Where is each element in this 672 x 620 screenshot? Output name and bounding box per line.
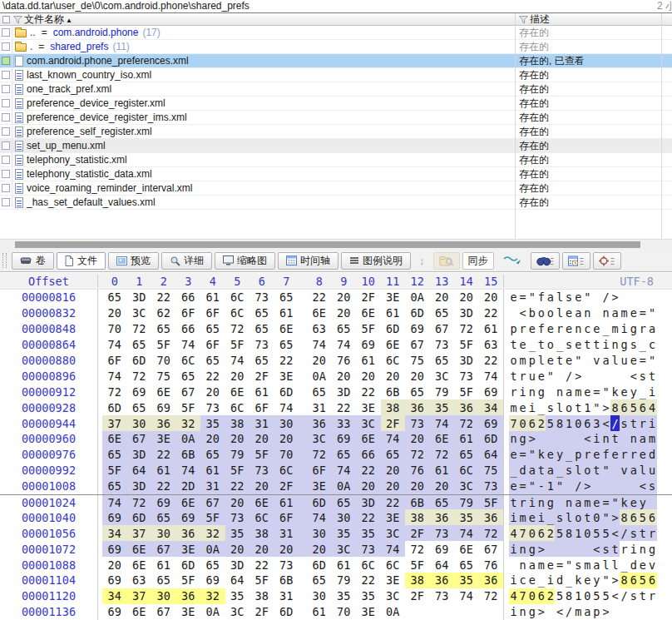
column-divider[interactable] bbox=[515, 13, 516, 239]
hex-char[interactable] bbox=[555, 368, 564, 384]
hex-byte[interactable]: 2F bbox=[405, 525, 430, 541]
hex-byte[interactable]: 64 bbox=[479, 447, 504, 463]
file-name-cell[interactable]: set_up_menu.xml bbox=[0, 139, 516, 152]
hex-char[interactable]: " bbox=[527, 479, 536, 494]
hex-byte[interactable]: 20 bbox=[356, 479, 381, 494]
select-all-checkbox[interactable] bbox=[2, 16, 10, 23]
hex-char[interactable]: n bbox=[536, 495, 546, 510]
hex-char[interactable]: t bbox=[536, 337, 546, 353]
hex-byte[interactable]: 6D bbox=[479, 431, 504, 447]
hex-char[interactable]: p bbox=[574, 447, 583, 463]
hex-char[interactable]: 0 bbox=[583, 588, 592, 604]
hex-char[interactable] bbox=[629, 290, 638, 305]
hex-char[interactable]: < bbox=[629, 368, 638, 384]
hex-char[interactable]: l bbox=[555, 290, 564, 305]
hex-byte[interactable]: 6C bbox=[250, 509, 274, 525]
hex-char[interactable]: k bbox=[536, 447, 546, 463]
hex-char[interactable]: > bbox=[583, 479, 592, 494]
hex-byte[interactable]: 66 bbox=[356, 447, 381, 463]
hex-char[interactable]: " bbox=[527, 290, 536, 305]
hex-char[interactable]: e bbox=[638, 447, 647, 463]
goto-position-button[interactable] bbox=[593, 252, 621, 270]
hex-byte[interactable]: 6C bbox=[356, 557, 381, 573]
hex-char[interactable]: i bbox=[509, 604, 518, 620]
hex-byte[interactable]: 22 bbox=[479, 305, 504, 321]
hex-char[interactable]: o bbox=[509, 353, 518, 369]
hex-char[interactable]: s bbox=[629, 337, 638, 353]
hex-byte[interactable]: 3E bbox=[381, 290, 406, 305]
hex-byte[interactable]: 75 bbox=[151, 368, 176, 384]
hex-char[interactable]: f bbox=[601, 447, 610, 463]
hex-char[interactable]: k bbox=[610, 384, 620, 399]
file-name-cell[interactable]: preference_device_register_ims.xml bbox=[0, 111, 516, 124]
hex-char[interactable] bbox=[647, 604, 656, 620]
hex-byte[interactable]: 70 bbox=[274, 447, 308, 463]
hex-char[interactable]: g bbox=[527, 604, 536, 620]
hex-char[interactable]: e bbox=[565, 353, 574, 369]
hex-char[interactable]: 4 bbox=[647, 399, 656, 415]
resize-toggle-button[interactable]: ↕ bbox=[413, 252, 431, 270]
table-row[interactable]: preference_device_register_ims.xml存在的 bbox=[0, 111, 672, 125]
hex-byte[interactable]: 0A bbox=[332, 479, 357, 494]
hex-char[interactable]: i bbox=[509, 509, 518, 525]
hex-char[interactable]: 7 bbox=[509, 415, 518, 431]
hex-byte[interactable]: 65 bbox=[307, 573, 332, 588]
hex-char[interactable]: p bbox=[527, 353, 536, 369]
hex-byte[interactable]: 20 bbox=[332, 305, 357, 321]
hex-byte[interactable]: 74 bbox=[307, 509, 332, 525]
hex-char[interactable]: a bbox=[527, 463, 536, 479]
hex-byte[interactable]: 65 bbox=[405, 384, 430, 399]
hex-char[interactable]: l bbox=[555, 305, 564, 321]
tab-timeline[interactable]: 时间轴 bbox=[278, 252, 338, 270]
hex-byte[interactable]: 64 bbox=[225, 573, 250, 588]
hex-byte[interactable]: 69 bbox=[356, 337, 381, 353]
tab-volume[interactable]: 卷 bbox=[12, 252, 54, 270]
hex-byte[interactable]: 65 bbox=[200, 353, 225, 369]
hex-row[interactable]: 000008967472756522202F3E0A202020203C7374… bbox=[0, 368, 672, 384]
hex-char[interactable]: e bbox=[574, 337, 583, 353]
hex-char[interactable]: e bbox=[574, 290, 583, 305]
hex-byte[interactable]: 5F bbox=[356, 321, 381, 337]
hex-byte[interactable]: 65 bbox=[151, 509, 176, 525]
hex-byte[interactable]: 73 bbox=[274, 557, 308, 573]
hex-char[interactable]: r bbox=[518, 495, 527, 510]
hex-char[interactable]: " bbox=[610, 495, 620, 510]
hex-char[interactable]: a bbox=[601, 353, 610, 369]
hex-char[interactable]: " bbox=[555, 479, 564, 494]
hex-char[interactable] bbox=[592, 368, 601, 384]
hex-byte[interactable]: 36 bbox=[176, 525, 201, 541]
hex-char[interactable]: e bbox=[546, 321, 555, 337]
hex-char[interactable]: " bbox=[546, 368, 555, 384]
hex-char[interactable]: n bbox=[574, 321, 583, 337]
hex-byte[interactable]: 0A bbox=[200, 541, 225, 557]
hex-byte[interactable]: 36 bbox=[307, 415, 332, 431]
hex-byte[interactable]: 30 bbox=[151, 588, 176, 604]
hex-byte[interactable]: 75 bbox=[479, 463, 504, 479]
hex-byte[interactable]: 0A bbox=[381, 604, 406, 620]
hex-char[interactable]: s bbox=[565, 290, 574, 305]
hex-byte[interactable]: 67 bbox=[430, 321, 455, 337]
hex-byte[interactable]: 65 bbox=[332, 447, 357, 463]
hex-char[interactable]: s bbox=[638, 368, 647, 384]
toolbar-grip[interactable] bbox=[2, 253, 7, 268]
table-row[interactable]: .=shared_prefs(11)存在的 bbox=[0, 40, 672, 54]
hex-char[interactable]: m bbox=[610, 321, 620, 337]
hex-char[interactable]: / bbox=[610, 415, 620, 431]
hex-byte[interactable]: 6E bbox=[102, 431, 127, 447]
hex-byte[interactable]: 70 bbox=[102, 321, 127, 337]
hex-char[interactable]: d bbox=[555, 573, 564, 588]
hex-byte[interactable]: 65 bbox=[250, 305, 274, 321]
hex-byte[interactable]: 20 bbox=[454, 290, 479, 305]
file-name-cell[interactable]: voice_roaming_reminder_interval.xml bbox=[0, 181, 516, 195]
hex-char[interactable]: s bbox=[620, 415, 629, 431]
row-checkbox[interactable] bbox=[2, 170, 10, 178]
hex-char[interactable] bbox=[610, 479, 620, 494]
hex-char[interactable]: / bbox=[565, 604, 574, 620]
table-row[interactable]: telephony_statistic.xml存在的 bbox=[0, 153, 672, 167]
hex-char[interactable] bbox=[555, 431, 564, 447]
hex-byte[interactable]: 61 bbox=[332, 557, 357, 573]
hex-char[interactable]: 5 bbox=[601, 525, 610, 541]
file-name-cell[interactable]: preference_device_register.xml bbox=[0, 97, 516, 110]
hex-byte[interactable]: 20 bbox=[332, 368, 357, 384]
hex-byte[interactable]: 3C bbox=[127, 305, 152, 321]
